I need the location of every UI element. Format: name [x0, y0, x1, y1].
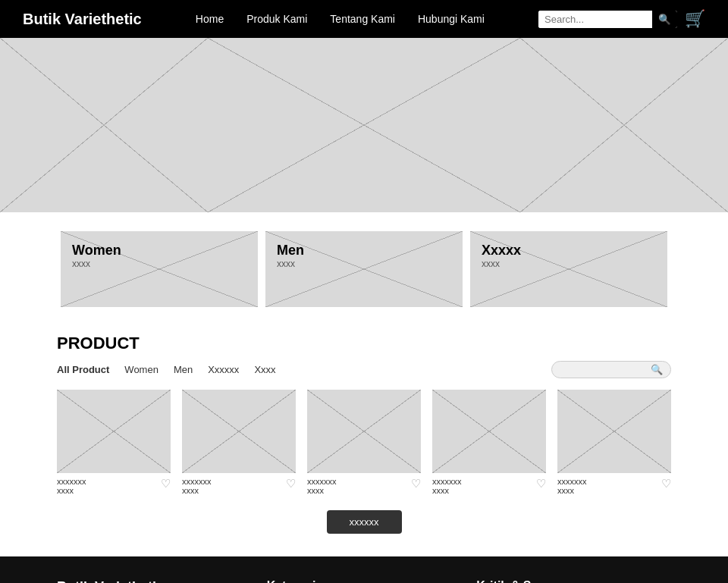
category-title-xxxxx: Xxxxx: [482, 243, 521, 259]
product-name-2: xxxxxxx: [182, 477, 212, 486]
footer-contact: Kritik & Saran Kirim Kritik & Saran: [476, 579, 671, 583]
product-section: PRODUCT All Product Women Men Xxxxxx Xxx…: [0, 326, 728, 556]
product-name-1: xxxxxxx: [57, 477, 86, 486]
heart-icon-1[interactable]: ♡: [161, 477, 171, 491]
product-text-1: xxxxxxx xxxx: [57, 477, 86, 495]
product-name-3: xxxxxxx: [307, 477, 337, 486]
footer-contact-title: Kritik & Saran: [476, 579, 671, 583]
load-more-container: xxxxxx: [57, 510, 671, 534]
nav-links: Home Produk Kami Tentang Kami Hubungi Ka…: [165, 13, 516, 25]
category-label-women: Women xxxx: [72, 243, 121, 269]
product-info-2: xxxxxxx xxxx ♡: [182, 477, 296, 495]
product-card-3[interactable]: xxxxxxx xxxx ♡: [307, 390, 421, 495]
product-text-3: xxxxxxx xxxx: [307, 477, 337, 495]
product-info-3: xxxxxxx xxxx ♡: [307, 477, 421, 495]
category-card-xxxxx[interactable]: Xxxxx xxxx: [470, 231, 667, 307]
product-img-3: [307, 390, 421, 473]
filter-men[interactable]: Men: [174, 364, 193, 375]
product-grid: xxxxxxx xxxx ♡ xxxxxxx xxxx ♡: [57, 390, 671, 495]
nav-home[interactable]: Home: [196, 13, 224, 25]
filter-xxxx[interactable]: Xxxx: [254, 364, 275, 375]
category-label-xxxxx: Xxxxx xxxx: [482, 243, 521, 269]
product-img-4: [432, 390, 546, 473]
product-img-5: [557, 390, 671, 473]
category-section: Women xxxx Men xxxx Xxxxx xxxx: [0, 212, 728, 326]
product-search-bar: 🔍: [551, 361, 671, 378]
filter-women[interactable]: Women: [124, 364, 158, 375]
heart-icon-3[interactable]: ♡: [411, 477, 421, 491]
navbar: Butik Variethetic Home Produk Kami Tenta…: [0, 0, 728, 38]
footer-brand-name: Butik Variethetic: [57, 579, 252, 583]
product-img-2: [182, 390, 296, 473]
category-sub-xxxxx: xxxx: [482, 259, 521, 269]
product-price-1: xxxx: [57, 486, 86, 495]
category-card-men[interactable]: Men xxxx: [265, 231, 463, 307]
category-title-men: Men: [277, 243, 304, 259]
product-card-4[interactable]: xxxxxxx xxxx ♡: [432, 390, 546, 495]
category-sub-women: xxxx: [72, 259, 121, 269]
heart-icon-2[interactable]: ♡: [286, 477, 296, 491]
product-card-5[interactable]: xxxxxxx xxxx ♡: [557, 390, 671, 495]
hero-section: [0, 38, 728, 212]
category-label-men: Men xxxx: [277, 243, 304, 269]
product-info-5: xxxxxxx xxxx ♡: [557, 477, 671, 495]
product-card-2[interactable]: xxxxxxx xxxx ♡: [182, 390, 296, 495]
category-title-women: Women: [72, 243, 121, 259]
load-more-button[interactable]: xxxxxx: [327, 510, 402, 534]
product-name-5: xxxxxxx: [557, 477, 587, 486]
product-price-5: xxxx: [557, 486, 587, 495]
product-text-2: xxxxxxx xxxx: [182, 477, 212, 495]
product-search-input[interactable]: [560, 365, 651, 375]
footer-category-title: Kategori: [267, 579, 462, 583]
product-name-4: xxxxxxx: [432, 477, 462, 486]
hero-image-3: [520, 38, 728, 212]
product-price-3: xxxx: [307, 486, 337, 495]
product-info-4: xxxxxxx xxxx ♡: [432, 477, 546, 495]
product-text-4: xxxxxxx xxxx: [432, 477, 462, 495]
category-sub-men: xxxx: [277, 259, 304, 269]
nav-tentang[interactable]: Tentang Kami: [330, 13, 395, 25]
nav-produk[interactable]: Produk Kami: [246, 13, 307, 25]
footer: Butik Variethetic Jl. Jendral Sudirman, …: [0, 556, 728, 583]
nav-hubungi[interactable]: Hubungi Kami: [418, 13, 485, 25]
category-card-women[interactable]: Women xxxx: [61, 231, 258, 307]
product-price-4: xxxx: [432, 486, 462, 495]
filter-xxxxxx[interactable]: Xxxxxx: [208, 364, 239, 375]
product-title: PRODUCT: [57, 334, 671, 353]
search-input[interactable]: [538, 11, 652, 28]
product-text-5: xxxxxxx xxxx: [557, 477, 587, 495]
heart-icon-4[interactable]: ♡: [536, 477, 546, 491]
hero-image-1: [0, 38, 208, 212]
product-card-1[interactable]: xxxxxxx xxxx ♡: [57, 390, 171, 495]
product-price-2: xxxx: [182, 486, 212, 495]
footer-brand: Butik Variethetic Jl. Jendral Sudirman, …: [57, 579, 252, 583]
product-filters: All Product Women Men Xxxxxx Xxxx 🔍: [57, 361, 671, 378]
navbar-right: 🔍 🛒: [538, 9, 705, 29]
product-info-1: xxxxxxx xxxx ♡: [57, 477, 171, 495]
heart-icon-5[interactable]: ♡: [661, 477, 671, 491]
brand-name: Butik Variethetic: [23, 11, 142, 28]
search-button[interactable]: 🔍: [652, 11, 677, 28]
cart-icon[interactable]: 🛒: [685, 9, 705, 29]
footer-category: Kategori Men Women Xxxxxxx: [267, 579, 462, 583]
filter-all[interactable]: All Product: [57, 364, 109, 375]
search-bar: 🔍: [538, 11, 677, 28]
product-search-icon[interactable]: 🔍: [651, 364, 663, 375]
product-img-1: [57, 390, 171, 473]
hero-image-2: [208, 38, 519, 212]
